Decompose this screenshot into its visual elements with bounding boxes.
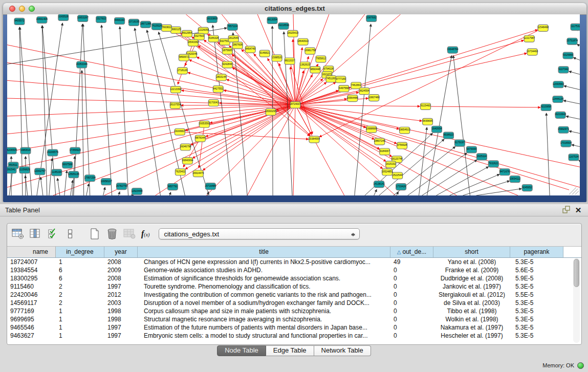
graph-node[interactable]: 10958107: [101, 179, 112, 185]
table-cell[interactable]: 2008: [104, 258, 138, 266]
table-cell[interactable]: Changes of HCN gene expression and I(f) …: [138, 258, 390, 266]
graph-node[interactable]: 7615526: [151, 23, 162, 30]
graph-node[interactable]: 15716485: [205, 183, 216, 190]
graph-node[interactable]: 20564486: [347, 95, 358, 102]
table-row[interactable]: 1456911722003Disruption of a novel membe…: [7, 299, 581, 307]
graph-node[interactable]: 2087682: [366, 15, 377, 21]
graph-node[interactable]: 11156829: [19, 167, 30, 173]
table-cell[interactable]: Hescheler et al. (1997): [433, 332, 510, 340]
graph-node[interactable]: 16210643: [555, 112, 566, 118]
new-table-icon[interactable]: [88, 228, 101, 240]
table-row[interactable]: 946554611997Estimation of the future num…: [7, 323, 581, 332]
graph-node[interactable]: 20353346: [76, 61, 88, 68]
graph-node[interactable]: 15751874: [567, 38, 578, 45]
table-cell[interactable]: 5.3E-5: [510, 299, 563, 307]
column-header-name[interactable]: name: [7, 247, 56, 257]
graph-node[interactable]: 10719195: [128, 19, 139, 26]
graph-node[interactable]: 1615192: [386, 161, 396, 168]
table-cell[interactable]: 5.3E-5: [510, 258, 563, 266]
graph-node[interactable]: 19524851: [382, 169, 393, 176]
table-cell[interactable]: 19384554: [7, 266, 56, 274]
table-cell[interactable]: 49: [390, 258, 433, 266]
graph-node[interactable]: 17359924: [70, 147, 81, 154]
table-cell[interactable]: 0: [390, 291, 433, 299]
graph-node[interactable]: 1875685: [222, 48, 232, 54]
graph-node[interactable]: 2718126: [177, 68, 187, 74]
table-cell[interactable]: 0: [390, 323, 433, 332]
graph-node[interactable]: 1145194: [52, 169, 62, 176]
float-window-icon[interactable]: [561, 206, 571, 215]
row-height-icon[interactable]: [63, 228, 77, 240]
graph-node[interactable]: 8813054: [267, 17, 277, 24]
table-cell[interactable]: Nakamura et al. (1997): [433, 323, 510, 332]
graph-node[interactable]: 9227342: [558, 67, 569, 73]
graph-node[interactable]: 16961758: [304, 48, 316, 54]
table-cell[interactable]: 2012: [104, 291, 138, 299]
table-cell[interactable]: 2: [56, 291, 104, 299]
graph-node[interactable]: 12923448: [131, 188, 142, 195]
graph-node[interactable]: 3624554: [359, 88, 369, 95]
graph-node[interactable]: 1812546: [228, 35, 238, 42]
graph-node[interactable]: 16033809: [206, 16, 217, 23]
graph-node[interactable]: 2803144: [216, 74, 226, 81]
table-cell[interactable]: 5.9E-5: [510, 274, 563, 282]
table-row[interactable]: 1938455462009Genome-wide association stu…: [7, 266, 581, 274]
graph-node[interactable]: 16840994: [182, 158, 193, 164]
table-cell[interactable]: 18724007: [7, 258, 56, 266]
graph-node[interactable]: 12042757: [34, 168, 46, 175]
table-row[interactable]: 946362711997Embryonic stem cells: a mode…: [7, 332, 581, 340]
graph-node[interactable]: 2522544: [393, 172, 403, 179]
select-columns-icon[interactable]: [29, 228, 42, 240]
graph-node[interactable]: 9474444: [466, 146, 476, 153]
table-cell[interactable]: 14569117: [7, 299, 56, 307]
canvas-resize-grip-icon[interactable]: [569, 187, 579, 194]
graph-node[interactable]: 9660125: [170, 27, 181, 33]
network-graph[interactable]: 1872400796601258912954122260589327503818…: [7, 14, 580, 195]
table-cell[interactable]: 1997: [104, 332, 138, 340]
graph-node[interactable]: 7932621: [488, 161, 498, 167]
graph-node[interactable]: 9890448: [310, 67, 320, 73]
window-titlebar[interactable]: citations_edges.txt: [3, 3, 586, 15]
graph-node[interactable]: 9777169: [336, 76, 346, 83]
graph-node[interactable]: 19353593: [199, 121, 210, 127]
graph-node[interactable]: 1640954: [432, 126, 442, 133]
graph-node[interactable]: 8878344: [195, 135, 205, 142]
graph-node[interactable]: 7663822: [161, 25, 171, 31]
graph-node[interactable]: 18107554: [169, 102, 181, 109]
graph-node[interactable]: 16648784: [447, 47, 458, 53]
column-header-year[interactable]: year: [104, 247, 138, 257]
graph-node[interactable]: 18300295: [265, 108, 276, 115]
panel-close-icon[interactable]: ✕: [574, 206, 583, 215]
table-cell[interactable]: 5.5E-5: [510, 291, 563, 299]
table-cell[interactable]: 9463627: [7, 332, 56, 340]
table-row[interactable]: 977716911998Corpus callosum shape and si…: [7, 307, 581, 315]
graph-node[interactable]: 9699695: [423, 118, 433, 125]
table-cell[interactable]: 6: [56, 274, 104, 282]
graph-node[interactable]: 11548498: [537, 25, 549, 31]
table-cell[interactable]: Stergiakouli et al. (2012): [433, 291, 510, 299]
table-cell[interactable]: de Silva et al. (2003): [433, 299, 510, 307]
table-cell[interactable]: 2: [56, 299, 104, 307]
tab-network-table[interactable]: Network Table: [314, 345, 371, 356]
graph-node[interactable]: 9857791: [167, 184, 178, 190]
column-header-pagerank[interactable]: pagerank: [510, 247, 563, 257]
table-cell[interactable]: 6: [56, 266, 104, 274]
table-cell[interactable]: Wolkin et al. (1998): [433, 315, 510, 323]
table-cell[interactable]: 5.3E-5: [510, 282, 563, 291]
graph-node[interactable]: 9329966: [563, 52, 573, 59]
graph-node[interactable]: 12213394: [170, 86, 181, 93]
graph-node[interactable]: 26206505: [7, 147, 17, 154]
table-cell[interactable]: Yano et al. (2008): [433, 258, 510, 266]
table-cell[interactable]: 0: [390, 266, 433, 274]
graph-node[interactable]: 10807480: [368, 95, 380, 101]
table-cell[interactable]: 1997: [104, 282, 138, 291]
graph-node[interactable]: 16543382: [187, 39, 199, 46]
column-header-title[interactable]: title: [138, 247, 390, 257]
function-builder-icon[interactable]: f(x): [141, 229, 149, 238]
table-cell[interactable]: 22420046: [7, 291, 56, 299]
table-cell[interactable]: 0: [390, 307, 433, 315]
graph-node[interactable]: 10654112: [509, 176, 520, 183]
graph-node[interactable]: 391541: [7, 167, 16, 173]
table-cell[interactable]: Structural magnetic resonance image aver…: [138, 315, 390, 323]
delete-rows-trash-icon[interactable]: [105, 228, 119, 240]
